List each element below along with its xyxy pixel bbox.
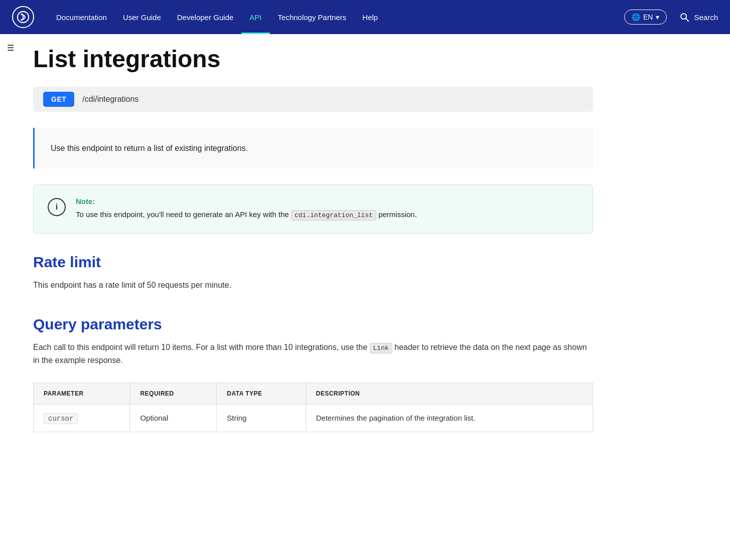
note-code: cdi.integration_list [291, 210, 376, 221]
note-content: Note: To use this endpoint, you'll need … [76, 197, 417, 221]
query-params-desc-before: Each call to this endpoint will return 1… [33, 343, 367, 351]
globe-icon: 🌐 [632, 13, 640, 21]
query-params-code: Link [370, 343, 392, 353]
endpoint-path: /cdi/integrations [82, 95, 138, 104]
query-params-desc: Each call to this endpoint will return 1… [33, 341, 593, 366]
brand-logo[interactable] [12, 6, 34, 28]
sidebar-toggle-button[interactable]: ☰ [0, 34, 21, 486]
nav-user-guide[interactable]: User Guide [115, 0, 169, 34]
param-type-cell: String [217, 405, 306, 432]
endpoint-bar: GET /cdi/integrations [33, 87, 593, 112]
col-data-type: DATA TYPE [217, 383, 306, 405]
table-row: cursor Optional String Determines the pa… [34, 405, 593, 432]
note-text: To use this endpoint, you'll need to gen… [76, 209, 417, 221]
nav-links: Documentation User Guide Developer Guide… [48, 0, 620, 34]
lang-label: EN [643, 13, 653, 21]
col-description: DESCRIPTION [306, 383, 593, 405]
col-required: REQUIRED [130, 383, 217, 405]
rate-limit-heading: Rate limit [33, 254, 593, 271]
note-box: i Note: To use this endpoint, you'll nee… [33, 184, 593, 234]
svg-line-2 [686, 19, 689, 21]
params-table-header: PARAMETER REQUIRED DATA TYPE DESCRIPTION [34, 383, 593, 405]
nav-technology-partners[interactable]: Technology Partners [270, 0, 355, 34]
note-label: Note: [76, 197, 417, 206]
nav-developer-guide[interactable]: Developer Guide [169, 0, 242, 34]
description-text: Use this endpoint to return a list of ex… [51, 142, 577, 155]
nav-documentation[interactable]: Documentation [48, 0, 115, 34]
http-method-badge: GET [43, 92, 74, 107]
nav-help[interactable]: Help [354, 0, 386, 34]
search-icon [679, 12, 690, 23]
query-params-heading: Query parameters [33, 316, 593, 333]
col-parameter: PARAMETER [34, 383, 130, 405]
chevron-down-icon: ▾ [656, 13, 659, 21]
param-name: cursor [44, 413, 78, 424]
description-block: Use this endpoint to return a list of ex… [33, 128, 593, 169]
query-params-section: Query parameters Each call to this endpo… [33, 316, 593, 432]
content-area: ☰ List integrations GET /cdi/integration… [0, 34, 730, 486]
note-text-before: To use this endpoint, you'll need to gen… [76, 210, 289, 219]
nav-api[interactable]: API [241, 0, 269, 34]
params-table-body: cursor Optional String Determines the pa… [34, 405, 593, 432]
params-table: PARAMETER REQUIRED DATA TYPE DESCRIPTION… [33, 383, 593, 432]
svg-point-1 [681, 14, 687, 19]
param-desc-cell: Determines the pagination of the integra… [306, 405, 593, 432]
search-trigger[interactable]: Search [679, 12, 718, 23]
page-title: List integrations [33, 46, 593, 73]
rate-limit-section: Rate limit This endpoint has a rate limi… [33, 254, 593, 292]
param-required-cell: Optional [130, 405, 217, 432]
search-label: Search [694, 13, 718, 22]
hamburger-icon: ☰ [7, 44, 14, 52]
language-selector[interactable]: 🌐 EN ▾ [624, 10, 667, 25]
rate-limit-desc: This endpoint has a rate limit of 50 req… [33, 279, 593, 292]
navbar: Documentation User Guide Developer Guide… [0, 0, 730, 34]
param-name-cell: cursor [34, 405, 130, 432]
info-icon: i [48, 198, 66, 216]
note-text-after: permission. [378, 210, 417, 219]
main-content: List integrations GET /cdi/integrations … [21, 34, 623, 486]
logo-icon [17, 11, 30, 24]
